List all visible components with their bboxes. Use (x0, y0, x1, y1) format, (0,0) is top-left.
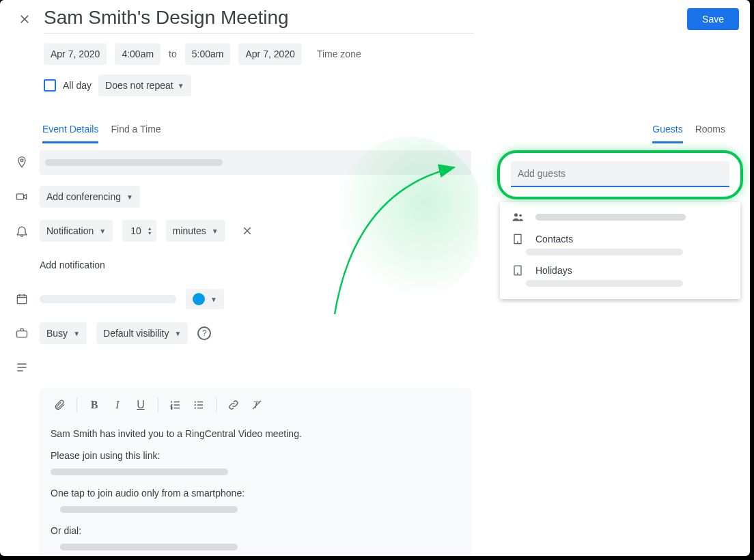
insert-link-button[interactable] (223, 395, 244, 415)
suggestion-item-contacts[interactable]: Contacts (500, 228, 740, 250)
clear-formatting-button[interactable] (247, 395, 267, 415)
tab-guests[interactable]: Guests (652, 124, 682, 143)
notification-type-select[interactable]: Notification▼ (40, 220, 113, 242)
description-icon (14, 361, 30, 374)
header-bar: Apr 7, 2020 4:00am to 5:00am Apr 7, 2020… (0, 0, 750, 96)
notification-amount-stepper[interactable]: 10 ▲▼ (122, 220, 156, 242)
bulleted-list-icon (193, 399, 205, 411)
location-icon (14, 156, 30, 169)
start-time-chip[interactable]: 4:00am (115, 43, 160, 65)
link-icon (227, 399, 240, 411)
add-notification-link[interactable]: Add notification (40, 260, 105, 270)
chevron-down-icon: ▼ (178, 82, 184, 89)
location-input[interactable] (40, 150, 471, 175)
add-guests-highlight (497, 150, 743, 199)
room-icon (509, 264, 526, 277)
visibility-select[interactable]: Default visibility▼ (96, 322, 188, 344)
tab-rooms[interactable]: Rooms (695, 124, 725, 143)
event-title-input[interactable] (44, 5, 474, 33)
desc-line: Or dial:PIN: (51, 523, 460, 556)
svg-point-4 (195, 401, 196, 402)
guests-panel: Contacts Holidays (497, 150, 743, 299)
event-details-panel: Add conferencing▼ Notification▼ 10 ▲▼ mi… (0, 149, 478, 556)
remove-notification-button[interactable] (235, 219, 260, 243)
chevron-down-icon: ▼ (175, 330, 182, 337)
clear-format-icon (251, 399, 263, 411)
close-icon (241, 225, 253, 237)
suggestion-item-holidays[interactable]: Holidays (500, 260, 740, 281)
desc-line: Please join using this link: (51, 448, 460, 479)
desc-line: One tap to join audio only from a smartp… (51, 486, 460, 516)
desc-line: Sam Smith has invited you to a RingCentr… (51, 426, 460, 441)
end-time-chip[interactable]: 5:00am (185, 43, 231, 65)
event-editor-window: Apr 7, 2020 4:00am to 5:00am Apr 7, 2020… (0, 0, 750, 556)
svg-point-5 (195, 404, 196, 406)
description-toolbar: B I U (40, 388, 471, 422)
event-color-select[interactable]: ▼ (186, 289, 224, 309)
end-date-chip[interactable]: Apr 7, 2020 (238, 43, 301, 65)
italic-button[interactable]: I (107, 395, 128, 415)
bell-icon (14, 224, 30, 238)
briefcase-icon (14, 326, 30, 340)
all-day-checkbox[interactable] (44, 79, 56, 92)
chevron-down-icon: ▼ (73, 330, 80, 337)
paperclip-icon (53, 399, 66, 411)
suggestion-item[interactable] (500, 206, 740, 228)
people-icon (509, 210, 526, 224)
guests-suggestion-dropdown: Contacts Holidays (500, 202, 740, 299)
numbered-list-icon (169, 399, 182, 411)
chevron-up-icon[interactable]: ▲ (148, 226, 152, 231)
svg-point-7 (514, 213, 518, 216)
description-editor[interactable]: B I U (40, 388, 471, 556)
close-button[interactable] (11, 5, 38, 33)
svg-rect-1 (17, 194, 24, 199)
chevron-down-icon[interactable]: ▼ (148, 231, 152, 236)
add-guests-input[interactable] (511, 161, 729, 187)
tab-event-details[interactable]: Event Details (42, 124, 98, 143)
underline-button[interactable]: U (130, 395, 151, 415)
visibility-help-button[interactable]: ? (197, 326, 211, 340)
start-date-chip[interactable]: Apr 7, 2020 (44, 43, 107, 65)
svg-point-6 (195, 407, 196, 408)
add-conferencing-select[interactable]: Add conferencing▼ (40, 186, 140, 208)
chevron-down-icon: ▼ (212, 227, 219, 235)
numbered-list-button[interactable] (165, 395, 186, 415)
svg-point-0 (20, 159, 23, 162)
bulleted-list-button[interactable] (188, 395, 209, 415)
timezone-link[interactable]: Time zone (317, 48, 361, 59)
tab-find-a-time[interactable]: Find a Time (111, 124, 160, 143)
calendar-icon (14, 292, 30, 306)
svg-point-8 (519, 214, 522, 217)
svg-rect-3 (17, 331, 27, 337)
notification-unit-select[interactable]: minutes▼ (166, 220, 225, 242)
to-label: to (169, 48, 177, 59)
description-content[interactable]: Sam Smith has invited you to a RingCentr… (40, 422, 471, 556)
room-icon (509, 232, 526, 246)
tabs-row: Event Details Find a Time Guests Rooms (0, 124, 750, 143)
availability-select[interactable]: Busy▼ (40, 322, 87, 344)
svg-rect-2 (17, 295, 26, 304)
chevron-down-icon: ▼ (210, 296, 217, 303)
attach-button[interactable] (49, 395, 70, 415)
all-day-label: All day (63, 80, 92, 91)
save-button[interactable]: Save (687, 8, 739, 30)
repeat-select[interactable]: Does not repeat▼ (98, 74, 191, 96)
calendar-select-placeholder[interactable] (40, 295, 176, 303)
chevron-down-icon: ▼ (126, 193, 133, 201)
bold-button[interactable]: B (84, 395, 104, 415)
close-icon (18, 12, 31, 26)
video-icon (14, 190, 30, 204)
chevron-down-icon: ▼ (99, 227, 106, 235)
color-dot (193, 293, 205, 305)
